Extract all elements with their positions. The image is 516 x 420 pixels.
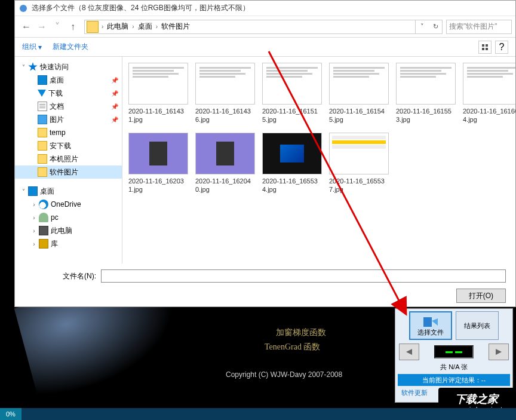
result-list-button[interactable]: 结果列表 [456,311,499,340]
breadcrumb-current[interactable]: 软件图片 [159,22,192,32]
forward-button[interactable]: → [34,19,50,35]
title-bar: 选择多个文件（8 位灰度图像、24 位RGB图像均可，图片格式不限） [15,1,515,16]
tree-label: 图片 [50,115,64,125]
search-input[interactable]: 搜索"软件图片" [446,20,512,34]
tree-icon [39,239,48,249]
sidebar-item[interactable]: 安下载 [15,139,122,152]
view-mode-button[interactable] [478,41,492,54]
file-name: 2020-11-16_161604.jpg [463,107,515,124]
tree-icon [39,200,48,209]
thumbnail [262,133,322,174]
expand-icon[interactable]: › [29,228,39,234]
file-name: 2020-11-16_161436.jpg [195,107,255,124]
thumbnail [396,63,456,105]
sidebar-item[interactable]: ›此电脑 [15,224,122,237]
file-item[interactable]: 2020-11-16_161553.jpg [396,63,456,124]
file-name: 2020-11-16_161553.jpg [396,107,456,124]
chevron-icon[interactable]: › [100,23,105,30]
document-arrow-icon [422,315,439,328]
file-name: 2020-11-16_162031.jpg [128,177,188,194]
bg-text-line1: 加窗梯度函数 [276,327,326,338]
chevron-icon[interactable]: › [131,23,135,30]
next-button[interactable] [489,344,509,360]
svg-rect-2 [486,44,488,47]
open-button[interactable]: 打开(O) [456,289,506,303]
tree-label: 库 [51,239,58,249]
file-item[interactable]: 2020-11-16_161515.jpg [262,63,322,124]
chevron-down-icon: ▾ [38,43,42,51]
tree-label: 下载 [48,88,63,99]
app-icon [19,4,28,13]
sidebar-item[interactable]: ›OneDrive [15,198,122,211]
file-item[interactable]: 2020-11-16_162031.jpg [128,133,188,194]
expand-icon[interactable]: › [29,241,39,247]
sidebar-item[interactable]: 软件图片 [15,165,122,179]
file-item[interactable]: 2020-11-16_162040.jpg [195,133,255,194]
tree-icon [39,226,48,235]
thumbnail [195,63,255,105]
tree-icon [38,128,47,137]
sidebar-item[interactable]: ›库 [15,237,122,250]
star-icon [28,62,38,72]
watermark-cn: 下载之家 [455,392,498,406]
file-name: 2020-11-16_161545.jpg [329,107,389,124]
copyright-text: Copyright (C) WJW-Davy 2007-2008 [226,370,342,379]
chevron-icon[interactable]: › [155,23,159,30]
addr-dropdown-button[interactable]: ˅ [416,20,429,33]
thumbnail [128,133,188,174]
bg-text-line2: TenenGrad 函数 [265,342,321,352]
prev-button[interactable] [399,344,419,360]
new-folder-button[interactable]: 新建文件夹 [53,42,88,52]
file-name: 2020-11-16_165537.jpg [329,177,389,194]
pin-icon: 📌 [111,90,118,97]
file-item[interactable]: 2020-11-16_165537.jpg [329,133,389,194]
help-button[interactable]: ? [495,41,508,54]
thumbnail [262,63,322,105]
tree-label: OneDrive [51,200,81,209]
nav-bar: ← → ˅ ↑ › 此电脑 › 桌面 › 软件图片 ˅ ↻ 搜索"软件图片" [15,16,515,38]
up-button[interactable]: ↑ [65,19,81,35]
collapse-icon[interactable]: ˅ [19,188,28,195]
progress-percent: 0% [0,408,22,420]
sidebar-item[interactable]: 文档📌 [15,100,122,113]
desktop-group[interactable]: ˅ 桌面 [15,185,122,198]
file-name: 2020-11-16_161431.jpg [128,107,188,124]
tree-icon [38,90,46,97]
toolbar: 组织 ▾ 新建文件夹 ? [15,38,515,57]
sidebar-item[interactable]: 下载📌 [15,87,122,100]
tree-icon [39,213,48,222]
tree-label: temp [50,128,66,137]
sidebar-item[interactable]: temp [15,126,122,139]
file-item[interactable]: 2020-11-16_161436.jpg [195,63,255,124]
recent-dropdown[interactable]: ˅ [50,19,65,35]
sidebar-item[interactable]: 桌面📌 [15,73,122,87]
tree-label: 此电脑 [51,226,72,236]
organize-menu[interactable]: 组织 ▾ [22,42,42,52]
file-grid[interactable]: 2020-11-16_161431.jpg2020-11-16_161436.j… [122,57,515,263]
expand-icon[interactable]: › [29,214,39,221]
select-file-button[interactable]: 选择文件 [409,311,452,340]
filename-input[interactable] [101,269,506,283]
file-item[interactable]: 2020-11-16_161604.jpg [463,63,515,124]
svg-rect-4 [486,48,488,50]
filename-label: 文件名(N): [24,271,96,281]
quick-access-group[interactable]: ˅ 快速访问 [15,60,122,73]
file-item[interactable]: 2020-11-16_161545.jpg [329,63,389,124]
breadcrumb-this-pc[interactable]: 此电脑 [105,22,131,32]
svg-point-0 [20,5,27,12]
collapse-icon[interactable]: ˅ [19,64,28,70]
sidebar-item[interactable]: 本机照片 [15,152,122,165]
tree-label: 文档 [50,102,64,112]
expand-icon[interactable]: › [29,201,39,208]
thumbnail [463,63,515,105]
file-open-dialog: 选择多个文件（8 位灰度图像、24 位RGB图像均可，图片格式不限） ← → ˅… [14,0,516,307]
sidebar-item[interactable]: 图片📌 [15,113,122,126]
file-item[interactable]: 2020-11-16_165534.jpg [262,133,322,194]
file-item[interactable]: 2020-11-16_161431.jpg [128,63,188,124]
address-bar[interactable]: › 此电脑 › 桌面 › 软件图片 ˅ ↻ [84,20,443,34]
tree-icon [38,154,47,164]
breadcrumb-desktop[interactable]: 桌面 [136,22,155,32]
refresh-button[interactable]: ↻ [429,20,442,33]
sidebar-item[interactable]: ›pc [15,211,122,224]
back-button[interactable]: ← [19,19,34,35]
